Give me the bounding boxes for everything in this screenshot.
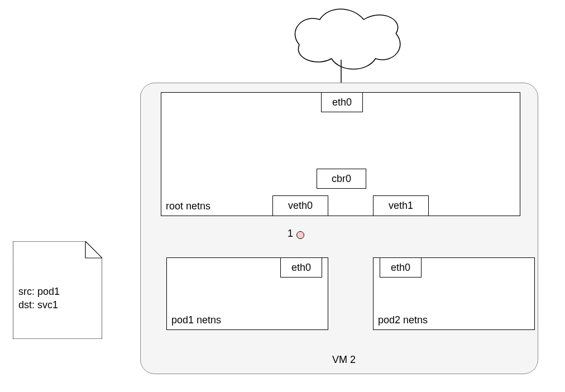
root-eth0-label: eth0 xyxy=(332,97,352,108)
veth0-box: veth0 xyxy=(272,195,328,216)
note-line1: src: pod1 xyxy=(18,285,60,298)
veth1-label: veth1 xyxy=(389,200,413,212)
vm-label: VM 2 xyxy=(327,354,361,366)
diagram-canvas: root netns eth0 cbr0 veth0 veth1 pod1 ne… xyxy=(0,0,565,392)
root-netns-label: root netns xyxy=(166,200,210,212)
packet-note: src: pod1 dst: svc1 xyxy=(13,241,102,339)
step-marker-1 xyxy=(296,231,304,239)
veth1-box: veth1 xyxy=(373,195,429,216)
note-line2: dst: svc1 xyxy=(18,298,60,312)
root-eth0-box: eth0 xyxy=(321,92,363,112)
pod2-netns-label: pod2 netns xyxy=(378,314,428,326)
pod1-netns-label: pod1 netns xyxy=(171,314,221,326)
pod2-eth0-label: eth0 xyxy=(391,262,410,274)
pod1-eth0-label: eth0 xyxy=(291,262,311,274)
pod1-eth0-box: eth0 xyxy=(280,257,322,278)
cbr0-box: cbr0 xyxy=(317,169,366,189)
cbr0-label: cbr0 xyxy=(332,173,351,185)
step-marker-1-label: 1 xyxy=(288,228,293,240)
veth0-label: veth0 xyxy=(288,200,313,212)
pod2-eth0-box: eth0 xyxy=(380,257,422,278)
